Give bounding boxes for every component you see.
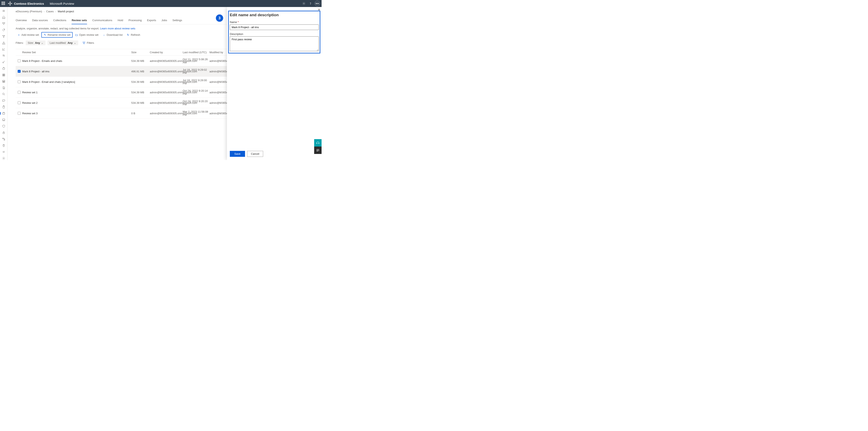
tab-communications[interactable]: Communications [92, 17, 112, 24]
app-launcher-icon[interactable] [2, 2, 5, 5]
ediscovery-icon[interactable] [2, 111, 6, 115]
breadcrumb-item[interactable]: eDiscovery (Premium) [16, 10, 42, 13]
row-created-by: admin@M365x809305.onmicrosoft.com [150, 91, 183, 94]
cancel-button[interactable]: Cancel [247, 151, 263, 157]
svg-point-14 [4, 29, 4, 30]
tab-settings[interactable]: Settings [173, 17, 182, 24]
document-icon[interactable] [2, 86, 6, 90]
svg-rect-41 [2, 119, 5, 120]
sliders-icon[interactable] [2, 54, 6, 57]
row-size: 534.39 MB [131, 91, 150, 94]
row-created-by: admin@M365x809305.onmicrosoft.com [150, 80, 183, 84]
tab-jobs[interactable]: Jobs [161, 17, 167, 24]
connect-icon[interactable] [2, 35, 6, 38]
settings-rail-icon[interactable] [2, 157, 6, 160]
last-modified-filter[interactable]: Last modified: Any ⌄ [48, 40, 78, 45]
row-name: Mark 8 Project - Emails and chats [22, 59, 131, 63]
row-modified: Jul 18, 2022 9:29:02 PM [183, 68, 210, 74]
shield-icon[interactable] [2, 125, 6, 128]
trash-icon[interactable] [2, 144, 6, 147]
chart-icon[interactable] [2, 47, 6, 51]
box-icon[interactable] [2, 67, 6, 70]
svg-point-16 [4, 35, 5, 36]
left-nav-rail [0, 7, 7, 160]
row-modified: Jul 18, 2022 9:28:00 PM [183, 79, 210, 85]
svg-point-21 [3, 55, 3, 55]
row-checkbox[interactable]: ✓ [18, 70, 21, 73]
key-icon[interactable] [2, 60, 6, 64]
rename-review-set-button[interactable]: ✎Rename review set [41, 32, 72, 38]
clipboard-icon[interactable] [2, 105, 6, 109]
close-icon[interactable]: ✕ [318, 8, 320, 12]
settings-icon[interactable] [301, 0, 307, 7]
open-review-set-button[interactable]: Open review set [73, 32, 100, 37]
svg-rect-31 [2, 81, 3, 82]
search-icon[interactable] [2, 93, 6, 96]
edit-panel: ✕ Edit name and description Name * Descr… [227, 7, 321, 160]
user-avatar[interactable]: MA [315, 1, 320, 6]
chat-icon[interactable] [2, 99, 6, 102]
learn-more-link[interactable]: Learn more about review sets [100, 27, 135, 30]
tab-data-sources[interactable]: Data sources [32, 17, 48, 24]
monitor-icon[interactable] [2, 118, 6, 122]
panel-title: Edit name and description [230, 13, 319, 17]
download-list-button[interactable]: ↓Download list [101, 32, 124, 37]
feedback-icon[interactable] [314, 146, 321, 154]
col-review-set[interactable]: Review Set [22, 51, 131, 54]
rename-icon: ✎ [43, 33, 46, 36]
row-checkbox[interactable] [18, 101, 21, 104]
breadcrumb-item[interactable]: Cases [46, 10, 54, 13]
row-checkbox[interactable] [18, 91, 21, 94]
row-checkbox[interactable] [18, 80, 21, 83]
tab-hold[interactable]: Hold [118, 17, 123, 24]
trophy-icon[interactable] [2, 22, 6, 25]
plus-icon: ＋ [17, 33, 20, 36]
row-size: 0 B [131, 112, 150, 115]
flow-icon[interactable] [2, 137, 6, 141]
alert-icon[interactable] [2, 41, 6, 44]
col-last-modified[interactable]: Last modified (UTC) [183, 51, 210, 54]
row-checkbox[interactable] [18, 59, 21, 62]
tab-review-sets[interactable]: Review sets [71, 17, 87, 24]
svg-line-36 [4, 95, 5, 95]
name-input[interactable] [230, 25, 319, 30]
svg-point-9 [304, 3, 304, 4]
description-textarea[interactable] [230, 36, 319, 51]
save-button[interactable]: Save [230, 151, 245, 157]
exchange-icon[interactable] [2, 150, 6, 154]
home-icon[interactable] [2, 15, 6, 19]
refresh-button[interactable]: ↻Refresh [125, 32, 142, 37]
add-review-set-button[interactable]: ＋Add review set [16, 32, 40, 37]
floating-buttons [314, 139, 321, 154]
name-label: Name * [230, 21, 319, 24]
lock-icon[interactable] [2, 131, 6, 134]
filters-button[interactable]: Filters [82, 41, 94, 44]
svg-point-2 [11, 3, 12, 4]
svg-rect-26 [2, 74, 3, 75]
svg-point-0 [9, 3, 11, 4]
col-size[interactable]: Size [131, 51, 150, 54]
tab-processing[interactable]: Processing [128, 17, 142, 24]
tab-exports[interactable]: Exports [147, 17, 156, 24]
grid1-icon[interactable] [2, 73, 6, 77]
tab-overview[interactable]: Overview [16, 17, 27, 24]
row-modified: Mar 2, 2023 11:56:08 PM [183, 110, 210, 116]
org-name: Contoso Electronics [14, 2, 44, 5]
help-icon[interactable] [307, 0, 314, 7]
size-filter[interactable]: Size: Any ⌄ [26, 40, 45, 45]
row-name: Review set 1 [22, 91, 131, 94]
description-label: Description [230, 32, 319, 36]
svg-rect-45 [4, 139, 5, 140]
tag-icon[interactable] [2, 28, 6, 32]
menu-icon[interactable] [2, 9, 6, 12]
tab-collections[interactable]: Collections [53, 17, 66, 24]
col-created-by[interactable]: Created by [150, 51, 183, 54]
svg-point-17 [3, 37, 4, 38]
svg-rect-29 [4, 75, 5, 76]
row-name: Review set 2 [22, 101, 131, 104]
svg-point-46 [3, 158, 4, 159]
row-checkbox[interactable] [18, 112, 21, 115]
headset-icon[interactable] [314, 139, 321, 146]
filters-label: Filters: [16, 41, 24, 44]
grid2-icon[interactable] [2, 79, 6, 83]
